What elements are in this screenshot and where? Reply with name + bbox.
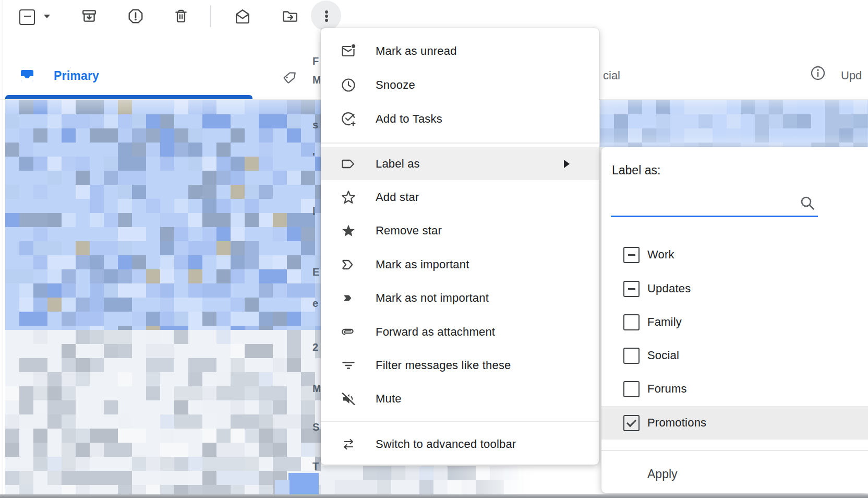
window-left-border: [3, 0, 3, 498]
menu-item-snooze[interactable]: Snooze: [321, 70, 599, 100]
menu-item-remove-star[interactable]: Remove star: [321, 216, 599, 245]
email-list-selected-region[interactable]: [5, 100, 321, 330]
archive-button[interactable]: [81, 8, 98, 25]
label-option-updates[interactable]: Updates: [601, 275, 868, 302]
filter-messages-icon: [341, 358, 356, 373]
menu-item-forward-as-attachment[interactable]: Forward as attachment: [321, 317, 599, 347]
menu-item-mute[interactable]: Mute: [321, 384, 599, 413]
promotions-tab-tag-icon[interactable]: [279, 64, 303, 88]
checkbox-indeterminate-icon[interactable]: [623, 247, 640, 263]
switch-toolbar-icon: [341, 436, 356, 452]
checkbox-unchecked-icon[interactable]: [623, 314, 640, 330]
remove-star-icon: [341, 223, 356, 239]
select-dropdown-icon[interactable]: [44, 15, 50, 18]
move-to-button[interactable]: [282, 8, 298, 25]
tab-updates-partial[interactable]: Upd: [841, 69, 868, 82]
menu-item-label-as[interactable]: Label as: [321, 147, 599, 180]
mark-important-icon: [341, 257, 356, 272]
email-list-selected-band[interactable]: [600, 100, 868, 147]
window-bottom-edge: [0, 494, 868, 498]
mark-unread-icon: [341, 43, 356, 59]
menu-item-switch-toolbar[interactable]: Switch to advanced toolbar: [321, 430, 599, 459]
forward-attachment-icon: [341, 324, 356, 340]
menu-item-add-to-tasks[interactable]: Add to Tasks: [321, 104, 599, 134]
apply-button[interactable]: Apply: [601, 460, 868, 488]
menu-divider: [321, 143, 599, 144]
label-as-submenu: Label as: Work Updates Family Social Fo: [601, 147, 868, 493]
label-search-input[interactable]: [611, 197, 797, 218]
info-icon[interactable]: [810, 65, 826, 81]
snooze-icon: [341, 77, 356, 93]
toolbar-divider: [210, 5, 211, 27]
submenu-divider: [601, 450, 868, 451]
label-option-work[interactable]: Work: [601, 241, 868, 268]
label-icon: [341, 156, 356, 172]
label-option-social[interactable]: Social: [601, 342, 868, 369]
menu-item-mark-as-unread[interactable]: Mark as unread: [321, 37, 599, 66]
gmail-window: FMs'lEe2MST: [0, 0, 868, 498]
menu-item-mark-as-important[interactable]: Mark as important: [321, 250, 599, 279]
more-options-menu: Mark as unread Snooze Add to Tasks: [321, 28, 599, 465]
move-to-icon: [282, 8, 298, 25]
more-options-button[interactable]: [318, 8, 335, 25]
archive-icon: [81, 8, 98, 25]
add-star-icon: [341, 189, 356, 205]
mute-icon: [341, 391, 356, 407]
mark-as-read-button[interactable]: [234, 8, 251, 25]
checkbox-indeterminate-icon[interactable]: [623, 281, 640, 297]
label-option-forums[interactable]: Forums: [601, 375, 868, 402]
label-option-promotions[interactable]: Promotions: [601, 409, 868, 436]
label-as-title: Label as:: [612, 163, 660, 177]
report-spam-button[interactable]: [127, 8, 144, 25]
delete-button[interactable]: [173, 8, 189, 25]
label-option-family[interactable]: Family: [601, 309, 868, 336]
add-to-tasks-icon: [341, 111, 356, 127]
tab-primary[interactable]: Primary: [54, 69, 99, 83]
email-list-bottom-region[interactable]: [321, 466, 542, 495]
primary-tab-icon: [20, 68, 34, 83]
mark-as-read-icon: [234, 8, 251, 25]
delete-icon: [173, 8, 189, 25]
checkbox-unchecked-icon[interactable]: [623, 348, 640, 364]
menu-item-add-star[interactable]: Add star: [321, 183, 599, 212]
checkbox-checked-icon[interactable]: [623, 415, 640, 431]
more-options-icon: [318, 8, 335, 25]
checkbox-unchecked-icon[interactable]: [623, 381, 640, 397]
menu-divider: [321, 421, 599, 422]
submenu-arrow-icon: [564, 160, 570, 168]
search-icon: [799, 194, 816, 212]
report-spam-icon: [127, 8, 144, 25]
tab-social-partial[interactable]: cial: [603, 69, 620, 82]
menu-item-filter-messages[interactable]: Filter messages like these: [321, 351, 599, 380]
search-field-underline: [611, 216, 818, 217]
mark-not-important-icon: [341, 290, 356, 306]
menu-item-mark-as-not-important[interactable]: Mark as not important: [321, 283, 599, 313]
select-all-checkbox[interactable]: [19, 9, 35, 25]
email-list-region[interactable]: [5, 330, 321, 498]
active-tab-underline: [5, 95, 252, 99]
